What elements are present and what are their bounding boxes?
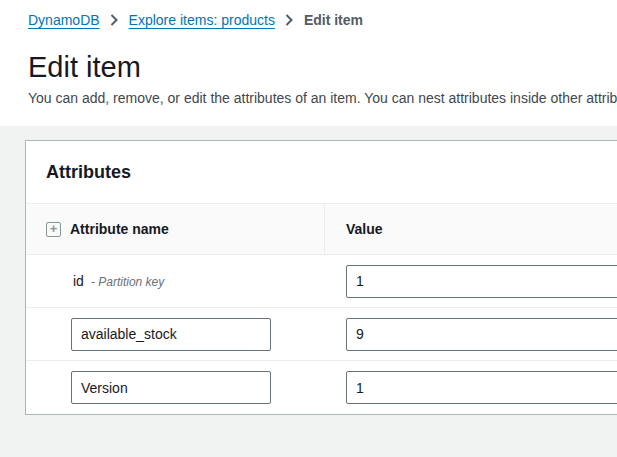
table-row: id - Partition key [26, 255, 617, 308]
attribute-name-cell [46, 371, 324, 404]
attributes-table-header: Attribute name Value [26, 204, 617, 255]
attribute-name-input[interactable] [71, 318, 271, 351]
page-description: You can add, remove, or edit the attribu… [28, 91, 617, 106]
value-input[interactable] [346, 371, 617, 404]
value-column-label: Value [346, 221, 383, 237]
value-input[interactable] [346, 318, 617, 351]
attribute-name-column-label: Attribute name [70, 221, 169, 237]
value-input[interactable] [346, 265, 617, 298]
attribute-name-column-header: Attribute name [46, 204, 324, 254]
value-cell [324, 318, 617, 351]
attribute-name-cell: id - Partition key [46, 273, 324, 289]
attributes-panel-header: Attributes [26, 141, 617, 204]
panel-title: Attributes [46, 162, 131, 182]
attribute-name-cell [46, 318, 324, 351]
partition-key-suffix: - Partition key [91, 275, 164, 289]
table-row [26, 361, 617, 414]
breadcrumb-link-dynamodb[interactable]: DynamoDB [28, 12, 100, 28]
table-row [26, 308, 617, 361]
breadcrumb-separator-icon [285, 14, 294, 26]
breadcrumb-current-page: Edit item [304, 12, 363, 28]
breadcrumb-link-explore-items[interactable]: Explore items: products [129, 12, 275, 28]
attribute-name-label: id [73, 273, 84, 289]
expand-all-icon[interactable] [46, 222, 61, 237]
breadcrumb: DynamoDB Explore items: products Edit it… [28, 12, 617, 28]
value-cell [324, 265, 617, 298]
breadcrumb-separator-icon [110, 14, 119, 26]
page-header: DynamoDB Explore items: products Edit it… [0, 0, 617, 126]
page-title: Edit item [28, 50, 617, 84]
value-cell [324, 371, 617, 404]
attribute-name-input[interactable] [71, 371, 271, 404]
column-divider [324, 204, 325, 254]
attributes-panel: Attributes Attribute name Value id - Par… [25, 140, 617, 415]
